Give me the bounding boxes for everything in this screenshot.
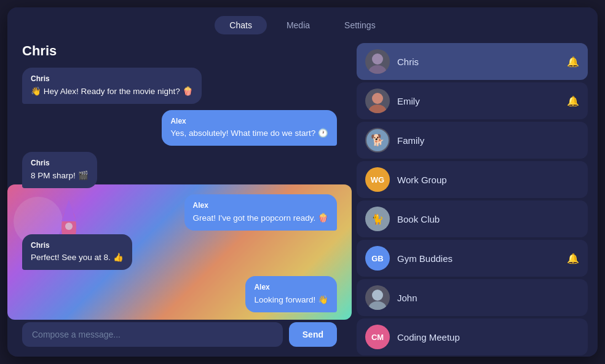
contact-item-emily[interactable]: Emily 🔔	[357, 82, 588, 119]
message-sender: Chris	[31, 240, 124, 251]
top-nav: Chats Media Settings	[7, 7, 598, 43]
tab-chats[interactable]: Chats	[215, 16, 267, 34]
contact-name-chris: Chris	[397, 57, 560, 67]
message-text: 👋 Hey Alex! Ready for the movie night? 🍿	[31, 86, 193, 98]
message-bubble: Alex Looking forward! 👋	[245, 276, 337, 312]
avatar-emily	[365, 89, 390, 113]
messages-area: Chris 👋 Hey Alex! Ready for the movie ni…	[22, 68, 337, 234]
svg-text:🐈: 🐈	[371, 213, 384, 225]
avatar-workgroup: WG	[365, 167, 390, 192]
avatar-codingmeetup: CM	[365, 325, 390, 349]
avatar-bookclub: 🐈	[365, 207, 390, 231]
avatar-chris	[365, 49, 390, 74]
message-bubble: Alex Yes, absolutely! What time do we st…	[162, 110, 337, 146]
message-text: Looking forward! 👋	[254, 295, 328, 306]
compose-input[interactable]	[22, 322, 283, 347]
bell-icon-emily[interactable]: 🔔	[567, 95, 579, 107]
tab-settings[interactable]: Settings	[330, 16, 390, 34]
avatar-john	[365, 285, 390, 310]
message-sender: Alex	[170, 116, 328, 127]
app-window: Chats Media Settings Chris Chris 👋 Hey A…	[7, 7, 598, 357]
svg-point-13	[369, 301, 386, 310]
message-sender: Alex	[254, 282, 328, 293]
contact-item-gymbuddies[interactable]: GB Gym Buddies 🔔	[357, 240, 588, 277]
tab-media[interactable]: Media	[272, 16, 325, 34]
svg-point-4	[372, 53, 383, 65]
contact-name-gymbuddies: Gym Buddies	[397, 253, 560, 264]
contact-name-bookclub: Book Club	[397, 214, 560, 224]
svg-point-6	[372, 93, 383, 104]
send-button[interactable]: Send	[289, 322, 337, 347]
svg-point-12	[372, 290, 383, 301]
contact-name-family: Family	[397, 135, 560, 146]
contacts-panel: Chris 🔔 Emily 🔔 🐕 Family	[352, 43, 598, 357]
message-text: Perfect! See you at 8. 👍	[31, 252, 124, 264]
svg-text:🐕: 🐕	[371, 133, 385, 147]
bell-icon-gymbuddies[interactable]: 🔔	[567, 253, 579, 264]
chat-panel: Chris Chris 👋 Hey Alex! Ready for the mo…	[7, 43, 352, 357]
contact-item-workgroup[interactable]: WG Work Group	[357, 161, 588, 198]
message-text: Yes, absolutely! What time do we start? …	[170, 128, 328, 140]
message-bubble: Chris 👋 Hey Alex! Ready for the movie ni…	[22, 68, 202, 104]
message-text: Great! I've got the popcorn ready. 🍿	[193, 213, 328, 224]
message-sender: Chris	[31, 158, 89, 168]
contact-item-family[interactable]: 🐕 Family	[357, 122, 588, 159]
contact-item-codingmeetup[interactable]: CM Coding Meetup	[357, 318, 588, 355]
contact-name-emily: Emily	[397, 96, 560, 106]
message-sender: Alex	[193, 200, 328, 211]
contact-name-codingmeetup: Coding Meetup	[397, 332, 560, 342]
message-bubble: Alex Great! I've got the popcorn ready. …	[184, 194, 337, 231]
contact-name-workgroup: Work Group	[397, 175, 560, 185]
message-bubble: Chris Perfect! See you at 8. 👍	[22, 234, 132, 271]
contact-item-chris[interactable]: Chris 🔔	[357, 43, 588, 80]
message-sender: Chris	[31, 74, 193, 84]
chat-title: Chris	[22, 43, 337, 59]
svg-point-7	[369, 105, 386, 113]
avatar-gymbuddies: GB	[365, 246, 390, 271]
compose-area: Send	[22, 322, 337, 347]
contact-name-john: John	[397, 293, 560, 303]
main-content: Chris Chris 👋 Hey Alex! Ready for the mo…	[7, 43, 598, 357]
message-bubble: Chris 8 PM sharp! 🎬	[22, 152, 97, 188]
message-text: 8 PM sharp! 🎬	[31, 170, 89, 182]
svg-point-5	[369, 65, 386, 74]
contact-item-john[interactable]: John	[357, 279, 588, 316]
avatar-family: 🐕	[365, 128, 390, 152]
bell-icon-chris[interactable]: 🔔	[567, 56, 579, 68]
contact-item-bookclub[interactable]: 🐈 Book Club	[357, 200, 588, 237]
